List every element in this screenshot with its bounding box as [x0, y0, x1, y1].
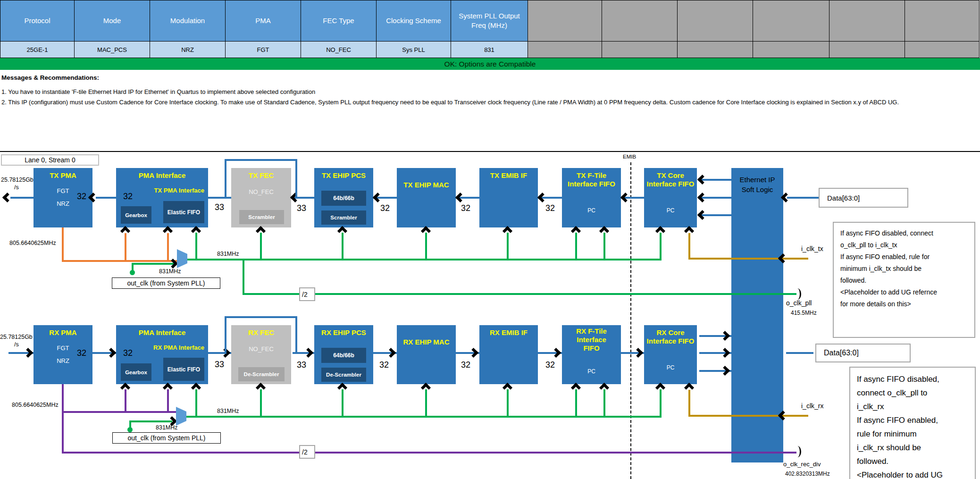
arrow-up-icon [503, 383, 512, 393]
tx-data-port-box: Data[63:0] [819, 188, 908, 208]
rx-831mhz-branch [260, 389, 262, 416]
rx-fec-title: RX FEC [231, 325, 291, 337]
tx-fec-title: TX FEC [231, 168, 291, 180]
tx-ehip-pcs-title: TX EHIP PCS [314, 168, 373, 180]
tx-831mhz-branch [195, 233, 197, 260]
rx-fec-descrambler-subblock: De-Scrambler [238, 367, 285, 381]
tx-pma-clock-freq: 805.6640625MHz [9, 240, 56, 246]
empty-value-cell [678, 42, 753, 58]
arrow-out-icon [794, 288, 801, 300]
arrow-up-icon [599, 383, 609, 393]
col-header-modulation: Modulation [150, 0, 226, 42]
tx-831mhz-branch [507, 233, 509, 260]
rx-fec-bypass-line [295, 316, 297, 354]
arrow-left-icon [2, 193, 12, 202]
clocking-scheme-value-cell[interactable]: Sys PLL [377, 42, 451, 58]
arrow-up-icon [655, 383, 665, 393]
arrow-right-icon [720, 331, 730, 341]
rx-core-interface-fifo-block: RX Core Interface FIFO PC [644, 325, 697, 384]
f-tile-ethernet-config-sheet: Protocol Mode Modulation PMA FEC Type Cl… [0, 0, 980, 479]
rx-831mhz-clock-line [186, 416, 662, 418]
rx-831mhz-branch [660, 389, 662, 416]
col-header-clocking-scheme: Clocking Scheme [377, 0, 451, 42]
arrow-right-icon [720, 366, 730, 376]
protocol-value-cell[interactable]: 25GE-1 [0, 42, 75, 58]
arrow-up-icon [120, 383, 130, 393]
arrow-up-icon [599, 226, 609, 236]
tx-831mhz-branch [425, 233, 427, 260]
rx-ftile-interface-fifo-block: RX F-Tile Interface FIFO PC [562, 325, 621, 384]
i-clk-tx-line [688, 233, 690, 259]
rx-64b66b-subblock: 64b/66b [321, 348, 366, 363]
tx-fec-scrambler-subblock: Scrambler [239, 210, 284, 224]
arrow-up-icon [256, 383, 266, 393]
message-item-2: 2. This IP (configuration) must use Cust… [1, 97, 978, 108]
arrow-up-icon [191, 383, 201, 393]
pma-value-cell[interactable]: FGT [226, 42, 301, 58]
ethernet-ip-soft-logic-block: Ethernet IP Soft Logic [731, 168, 783, 462]
arrow-right-icon [23, 348, 33, 358]
system-pll-value-cell[interactable]: 831 [451, 42, 528, 58]
rx-831mhz-branch [195, 389, 197, 416]
mode-value-cell[interactable]: MAC_PCS [75, 42, 150, 58]
tx-ftile-fifo-pc: PC [562, 207, 621, 214]
tx-line-rate-unit: /s [14, 184, 19, 191]
tx-core-interface-fifo-block: TX Core Interface FIFO PC [644, 168, 697, 227]
rx-data-connector [786, 352, 813, 354]
bus-width: 33 [215, 360, 224, 370]
arrow-right-icon [386, 348, 396, 358]
bus-width: 33 [297, 203, 306, 213]
col-header-protocol: Protocol [0, 0, 75, 42]
col-header-pma: PMA [226, 0, 301, 42]
tx-831mhz-branch [342, 233, 343, 260]
bus-width: 32 [380, 203, 390, 213]
tx-pcs-scrambler-subblock: Scrambler [321, 210, 366, 225]
rx-line-rate-unit: /s [14, 341, 19, 348]
soft-logic-title: Ethernet IP Soft Logic [731, 168, 783, 194]
o-clk-rec-div-label: o_clk_rec_div [783, 461, 821, 468]
arrow-right-icon [106, 348, 116, 358]
rx-pma-clock-line [62, 384, 64, 454]
tx-ftile-fifo-title: TX F-Tile Interface FIFO [562, 168, 621, 188]
arrow-up-icon [684, 226, 694, 236]
arrow-up-icon [655, 226, 665, 236]
rx-fec-bypass-line [225, 316, 297, 318]
tx-fec-mode: NO_FEC [231, 188, 291, 195]
tx-831mhz-branch [260, 233, 262, 260]
arrow-left-icon [537, 193, 547, 202]
arrow-up-icon [120, 226, 130, 236]
tx-831mhz-clock-line [187, 259, 662, 261]
rx-831mhz-label: 831MHz [217, 408, 239, 414]
tx-core-fifo-pc: PC [644, 207, 697, 214]
col-header-empty [678, 0, 753, 42]
tx-out-clk-box: out_clk (from System PLL) [112, 277, 220, 289]
bus-width: 32 [461, 203, 470, 213]
arrow-up-icon [163, 383, 173, 393]
arrow-up-icon [337, 226, 347, 236]
tx-ehip-mac-title: TX EHIP MAC [397, 177, 456, 189]
rx-clock-mux [176, 407, 186, 426]
arrow-right-icon [469, 348, 478, 358]
modulation-value-cell[interactable]: NRZ [150, 42, 226, 58]
tx-connector [96, 197, 116, 199]
emib-label: EMIB [623, 154, 636, 160]
bus-width: 33 [297, 360, 306, 370]
rx-831mhz-branch [575, 389, 577, 416]
i-clk-rx-line [688, 390, 690, 416]
empty-value-cell [753, 42, 829, 58]
rx-fec-mode: NO_FEC [231, 345, 291, 353]
rx-ftile-fifo-pc: PC [562, 368, 621, 375]
arrow-left-icon [697, 210, 707, 220]
fec-type-value-cell[interactable]: NO_FEC [301, 42, 377, 58]
rx-pma-interface-subtitle: RX PMA Interface [153, 344, 204, 351]
rx-elastic-fifo-subblock: Elastic FIFO [163, 358, 204, 381]
arrow-right-icon [551, 348, 561, 358]
tx-64b66b-subblock: 64b/66b [321, 191, 366, 206]
arrow-up-icon [256, 226, 266, 236]
tx-divide-by-2-box: /2 [299, 287, 315, 301]
arrow-left-icon [697, 193, 707, 202]
arrow-left-icon [373, 193, 383, 202]
rx-ehip-pcs-block: RX EHIP PCS 64b/66b De-Scrambler [314, 325, 373, 384]
rx-831mhz-branch [507, 389, 509, 416]
tx-831mhz-branch [575, 233, 577, 260]
